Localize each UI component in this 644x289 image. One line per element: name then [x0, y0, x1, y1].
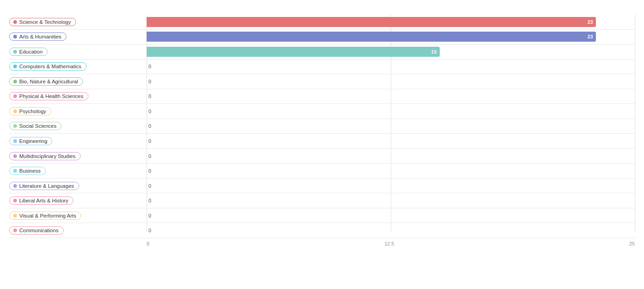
bar-row: Visual & Performing Arts0 [9, 208, 635, 224]
label-text: Psychology [19, 109, 46, 114]
label-pill: Engineering [9, 137, 52, 145]
label-pill: Liberal Arts & History [9, 196, 73, 205]
label-text: Social Sciences [19, 123, 56, 129]
x-axis: 012.525 [147, 238, 635, 246]
label-text: Science & Technology [19, 19, 71, 25]
label-text: Multidisciplinary Studies [19, 153, 76, 159]
label-pill: Computers & Mathematics [9, 62, 87, 71]
bar-value-label: 23 [587, 34, 593, 39]
label-dot [13, 50, 17, 54]
bar-value-label: 0 [148, 79, 151, 84]
label-pill: Psychology [9, 107, 51, 115]
bar-row: Multidisciplinary Studies0 [9, 149, 635, 164]
label-pill: Social Sciences [9, 122, 61, 130]
label-pill: Science & Technology [9, 18, 76, 26]
label-pill: Literature & Languages [9, 182, 79, 190]
label-dot [13, 154, 17, 158]
label-text: Visual & Performing Arts [19, 213, 76, 218]
bar-value-label: 0 [148, 213, 151, 218]
label-dot [13, 169, 17, 173]
x-axis-label: 12.5 [384, 241, 394, 246]
bar-value-label: 0 [148, 138, 151, 144]
bar-row: Business0 [9, 164, 635, 179]
bar-row: Psychology0 [9, 104, 635, 119]
x-axis-label: 25 [629, 241, 635, 246]
bar-row: Literature & Languages0 [9, 179, 635, 194]
bar-row: Social Sciences0 [9, 119, 635, 134]
label-pill: Business [9, 167, 46, 175]
label-text: Bio, Nature & Agricultural [19, 79, 78, 84]
bar: 23 [147, 17, 596, 27]
label-text: Education [19, 49, 43, 55]
label-pill: Visual & Performing Arts [9, 212, 81, 220]
label-text: Arts & Humanities [19, 34, 61, 39]
label-dot [13, 94, 17, 98]
bar-value-label: 15 [431, 49, 437, 55]
label-text: Computers & Mathematics [19, 64, 82, 69]
bar-row: Engineering0 [9, 134, 635, 149]
x-axis-label: 0 [147, 241, 149, 246]
bar-row: Science & Technology23 [9, 15, 635, 30]
bar-row: Physical & Health Sciences0 [9, 89, 635, 104]
label-dot [13, 65, 17, 68]
label-text: Literature & Languages [19, 183, 74, 189]
bar-row: Liberal Arts & History0 [9, 193, 635, 208]
bar: 23 [147, 32, 596, 42]
chart-body: Science & Technology23Arts & Humanities2… [9, 15, 635, 246]
bar-row: Bio, Nature & Agricultural0 [9, 74, 635, 89]
label-pill: Communications [9, 226, 64, 234]
bar-value-label: 0 [148, 183, 151, 189]
label-dot [13, 199, 17, 202]
bar-value-label: 0 [148, 123, 151, 129]
label-dot [13, 80, 17, 83]
bar-row: Arts & Humanities23 [9, 30, 635, 45]
label-text: Engineering [19, 138, 47, 144]
label-dot [13, 109, 17, 113]
label-pill: Arts & Humanities [9, 33, 66, 41]
label-dot [13, 229, 17, 232]
bars-area: Science & Technology23Arts & Humanities2… [9, 15, 635, 238]
label-pill: Education [9, 48, 48, 56]
label-pill: Multidisciplinary Studies [9, 152, 81, 160]
bar-value-label: 0 [148, 93, 151, 99]
label-dot [13, 35, 17, 38]
label-dot [13, 20, 17, 24]
label-pill: Physical & Health Sciences [9, 92, 88, 100]
label-dot [13, 184, 17, 188]
bar-row: Computers & Mathematics0 [9, 60, 635, 75]
chart-container: Science & Technology23Arts & Humanities2… [0, 0, 644, 289]
bar: 15 [147, 47, 440, 57]
bar-row: Education15 [9, 44, 635, 60]
label-pill: Bio, Nature & Agricultural [9, 77, 83, 86]
bar-value-label: 0 [148, 109, 151, 114]
bar-value-label: 0 [148, 198, 151, 203]
label-dot [13, 124, 17, 128]
bar-value-label: 23 [587, 19, 593, 25]
label-dot [13, 214, 17, 218]
label-dot [13, 139, 17, 143]
bar-value-label: 0 [148, 228, 151, 233]
bar-value-label: 0 [148, 153, 151, 159]
label-text: Business [19, 168, 41, 174]
bar-value-label: 0 [148, 64, 151, 69]
bar-value-label: 0 [148, 168, 151, 174]
label-text: Liberal Arts & History [19, 198, 68, 203]
bar-row: Communications0 [9, 223, 635, 238]
label-text: Communications [19, 228, 59, 233]
label-text: Physical & Health Sciences [19, 93, 83, 99]
